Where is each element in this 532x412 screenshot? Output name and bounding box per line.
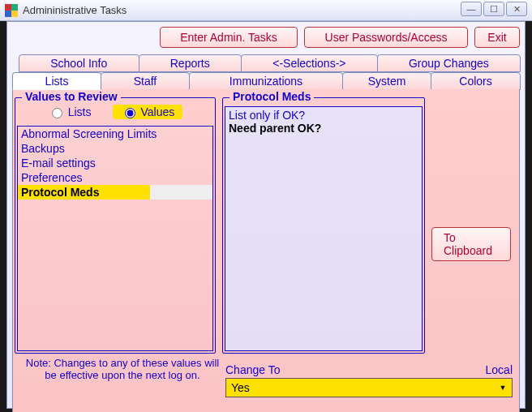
list-item[interactable]: Backups xyxy=(18,141,212,156)
app-icon xyxy=(5,4,18,17)
radio-values-input[interactable] xyxy=(125,108,135,118)
to-clipboard-button[interactable]: To Clipboard xyxy=(431,227,511,261)
tab-immunizations[interactable]: Immunizations xyxy=(189,72,343,90)
exit-button[interactable]: Exit xyxy=(474,27,520,48)
values-listbox[interactable]: Abnormal Screening Limits Backups E-mail… xyxy=(17,126,213,351)
detail-line-2: Need parent OK? xyxy=(229,122,418,135)
maximize-button[interactable]: ☐ xyxy=(483,2,504,16)
client-area: Enter Admin. Tasks User Passwords/Access… xyxy=(6,21,526,409)
radio-values[interactable]: Values xyxy=(113,105,183,119)
protocol-meds-legend: Protocol Meds xyxy=(230,90,314,103)
detail-line-1: List only if OK? xyxy=(229,109,418,122)
list-item[interactable]: Abnormal Screening Limits xyxy=(18,127,212,141)
minimize-button[interactable]: — xyxy=(461,2,482,16)
note-text: Note: Changes to any of these values wil… xyxy=(21,357,224,381)
radio-values-label: Values xyxy=(141,105,175,118)
tab-colors[interactable]: Colors xyxy=(431,72,521,90)
radio-lists[interactable]: Lists xyxy=(48,105,92,119)
titlebar: Admininistrative Tasks — ☐ ✕ xyxy=(0,0,532,21)
change-to-dropdown[interactable]: Yes ▼ xyxy=(225,378,513,397)
protocol-meds-group: Protocol Meds List only if OK? Need pare… xyxy=(222,97,425,354)
radio-lists-label: Lists xyxy=(68,105,92,118)
tab-reports[interactable]: Reports xyxy=(139,54,242,72)
change-to-area: Change To Local Yes ▼ xyxy=(225,363,513,397)
enter-admin-tasks-button[interactable]: Enter Admin. Tasks xyxy=(160,27,298,48)
close-button[interactable]: ✕ xyxy=(506,2,527,16)
user-passwords-access-button[interactable]: User Passwords/Access xyxy=(304,27,468,48)
values-to-review-legend: Values to Review xyxy=(22,90,121,103)
list-item-selected[interactable]: Protocol Meds xyxy=(18,185,212,200)
tab-page-lists: Values to Review Lists Values Abnormal S… xyxy=(12,89,520,412)
local-label: Local xyxy=(486,363,513,376)
change-to-value: Yes xyxy=(231,381,250,394)
tab-selections[interactable]: <-Selections-> xyxy=(241,54,378,72)
detail-box[interactable]: List only if OK? Need parent OK? xyxy=(225,106,423,351)
tab-staff[interactable]: Staff xyxy=(101,72,190,90)
radio-lists-input[interactable] xyxy=(52,108,62,118)
list-item[interactable]: Preferences xyxy=(18,170,212,185)
values-to-review-group: Values to Review Lists Values Abnormal S… xyxy=(15,97,216,354)
tab-school-info[interactable]: School Info xyxy=(19,54,139,72)
list-item[interactable]: E-mail settings xyxy=(18,156,212,170)
tab-lists[interactable]: Lists xyxy=(12,72,101,90)
chevron-down-icon: ▼ xyxy=(497,382,508,393)
change-to-label: Change To xyxy=(225,363,280,376)
tab-group-changes[interactable]: Group Changes xyxy=(377,54,521,72)
window-title: Admininistrative Tasks xyxy=(23,4,127,16)
tab-system[interactable]: System xyxy=(342,72,431,90)
